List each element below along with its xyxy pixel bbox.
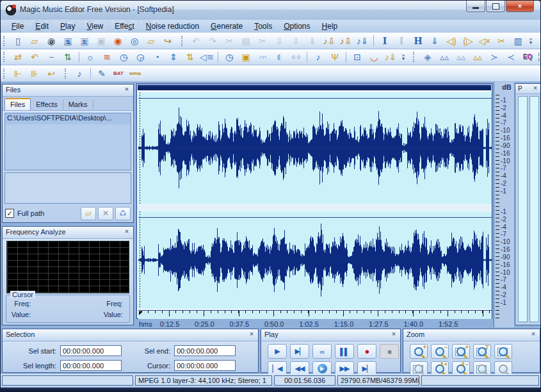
grip-handle[interactable]	[181, 36, 184, 46]
globe-brush-icon[interactable]: ✎	[93, 67, 110, 80]
waveform-channel-right[interactable]	[138, 211, 492, 309]
mix-from-file-icon[interactable]: ♪⇓	[354, 34, 371, 47]
note-properties-icon[interactable]: ♪	[71, 67, 88, 80]
save-icon[interactable]: ▣	[60, 34, 76, 47]
mute-icon[interactable]: ◁×	[476, 34, 493, 47]
resample-icon[interactable]: ◔	[149, 51, 165, 64]
fade-in-icon[interactable]: ≻	[486, 51, 503, 64]
zoom-out-button[interactable]: −	[431, 344, 449, 359]
flatline-icon[interactable]: −	[43, 51, 60, 64]
loop-button[interactable]: ∞	[312, 344, 332, 359]
zoom-selection-in-button[interactable]: +	[452, 344, 470, 359]
paste-mix-icon[interactable]: ♪⇩	[321, 34, 337, 47]
tab-marks[interactable]: Marks	[63, 99, 93, 110]
pause-button[interactable]: ▌▌	[335, 344, 354, 359]
minimize-button[interactable]	[466, 1, 485, 12]
sel-length-input[interactable]	[60, 360, 122, 371]
sel-start-input[interactable]	[60, 345, 122, 356]
files-list[interactable]: C:\Users\SOFTPEDIA\Desktop\...	[4, 113, 131, 170]
batch-process-icon[interactable]: BAT	[110, 67, 127, 80]
insert-start-marker-icon[interactable]: ⊩	[10, 67, 26, 80]
toolbar-overflow-button[interactable]: »▾	[526, 34, 535, 47]
save-all-icon[interactable]: ▣	[93, 34, 109, 47]
burn-cd-icon[interactable]: ◉	[109, 34, 126, 47]
paste-replace-icon[interactable]: ⇓	[304, 34, 321, 47]
equalizer-icon[interactable]: EQ	[519, 51, 536, 64]
zoom-full-button[interactable]	[494, 344, 512, 359]
hook-tool-icon[interactable]: ↩	[43, 67, 60, 80]
open-cd-icon[interactable]: ◉	[43, 34, 60, 47]
redo-icon[interactable]: ↷	[204, 34, 221, 47]
pitch-shift-time-icon[interactable]: ◶	[132, 51, 149, 64]
close-icon[interactable]: ×	[531, 84, 540, 93]
save-as-icon[interactable]: ▣	[76, 34, 93, 47]
echo-icon[interactable]: ((·	[271, 51, 287, 64]
overview-bar[interactable]	[138, 85, 491, 90]
menu-item-play[interactable]: Play	[54, 22, 81, 31]
crossfade-icon[interactable]: ⇄	[10, 51, 26, 64]
frequency-panel-header[interactable]: Frequency Analyze ×	[3, 227, 133, 239]
grip-handle[interactable]	[3, 36, 6, 46]
delete-selection-icon[interactable]: ✂	[221, 34, 238, 47]
paste-icon[interactable]: ⇩	[271, 34, 287, 47]
fade-in-speaker-icon[interactable]: ◁)	[443, 34, 460, 47]
envelope-wave-icon[interactable]: ▵▵	[469, 51, 486, 64]
play-button[interactable]: ▶	[268, 344, 287, 359]
selection-panel-header[interactable]: Selection ×	[3, 329, 258, 341]
trim-scissors-icon[interactable]: ✂	[493, 34, 510, 47]
close-icon[interactable]: ×	[247, 330, 256, 339]
trim-silence-icon[interactable]: I	[393, 34, 410, 47]
export-file-icon[interactable]: ↪	[159, 34, 176, 47]
trim-icon[interactable]: I	[376, 34, 393, 47]
insert-silence-icon[interactable]: ⇓	[426, 34, 443, 47]
silence-selection-icon[interactable]: H	[410, 34, 426, 47]
menu-item-noise-reduction[interactable]: Noise reduction	[140, 22, 205, 31]
fade-out-speaker-icon[interactable]: (▷	[460, 34, 476, 47]
channel-converter-icon[interactable]: ⇅	[182, 51, 198, 64]
close-icon[interactable]: ×	[529, 330, 538, 339]
chorus-icon[interactable]: ☺☺	[287, 51, 304, 64]
paste-insert-icon[interactable]: ⇩	[287, 34, 304, 47]
wma-convert-icon[interactable]: wma	[127, 67, 143, 80]
new-document-icon[interactable]: ▯	[10, 34, 26, 47]
cut-icon[interactable]: ✂	[254, 34, 271, 47]
grip-handle[interactable]	[3, 52, 6, 62]
mixdown-note-icon[interactable]: ♪⇓	[382, 51, 399, 64]
grip-handle[interactable]	[413, 52, 416, 62]
meter-panel-header[interactable]: P ×	[515, 84, 540, 94]
crop-border-icon[interactable]: ▥	[510, 34, 526, 47]
fade-speaker-icon[interactable]: ◁≋	[198, 51, 215, 64]
menu-item-help[interactable]: Help	[316, 22, 344, 31]
grip-handle[interactable]	[3, 69, 6, 79]
zoom-in-button[interactable]: +	[410, 344, 428, 359]
amplify-icon[interactable]: ≋	[99, 51, 115, 64]
reverse-icon[interactable]: ↶	[26, 51, 43, 64]
time-stretch-icon[interactable]: ◷	[115, 51, 132, 64]
pitch-note-icon[interactable]: ♪	[310, 51, 327, 64]
waveform-channel-left[interactable]	[138, 92, 492, 204]
menu-item-file[interactable]: File	[6, 22, 29, 31]
files-panel-header[interactable]: Files ×	[3, 85, 133, 97]
time-ruler-ticks[interactable]	[138, 310, 492, 319]
menu-item-options[interactable]: Options	[278, 22, 316, 31]
tab-files[interactable]: Files	[4, 98, 31, 110]
close-icon[interactable]: ×	[122, 227, 131, 236]
stop-button[interactable]: ■	[380, 344, 399, 359]
maximize-button[interactable]	[486, 1, 505, 12]
toolbar-overflow-button[interactable]: »▾	[399, 51, 408, 64]
compress-wave-icon[interactable]: ▵▵	[453, 51, 469, 64]
play-selection-button[interactable]: ▶▏	[290, 344, 309, 359]
zoom-panel-header[interactable]: Zoom ×	[403, 329, 540, 341]
expand-vertical-icon[interactable]: ⇕	[165, 51, 182, 64]
full-path-checkbox[interactable]: ✓	[5, 209, 14, 218]
menu-item-view[interactable]: View	[81, 22, 109, 31]
voice-lips-icon[interactable]: ◡	[366, 51, 382, 64]
stopwatch-icon[interactable]: ◷	[221, 51, 238, 64]
delete-file-button[interactable]: ♺	[115, 207, 131, 220]
play-panel-header[interactable]: Play ×	[261, 329, 400, 341]
invert-wave-icon[interactable]: ◈	[419, 51, 436, 64]
cursor-input[interactable]	[174, 360, 236, 371]
import-folder-icon[interactable]: ▱	[143, 34, 159, 47]
close-icon[interactable]: ×	[389, 330, 398, 339]
headphones-icon[interactable]: ∩∩	[254, 51, 271, 64]
